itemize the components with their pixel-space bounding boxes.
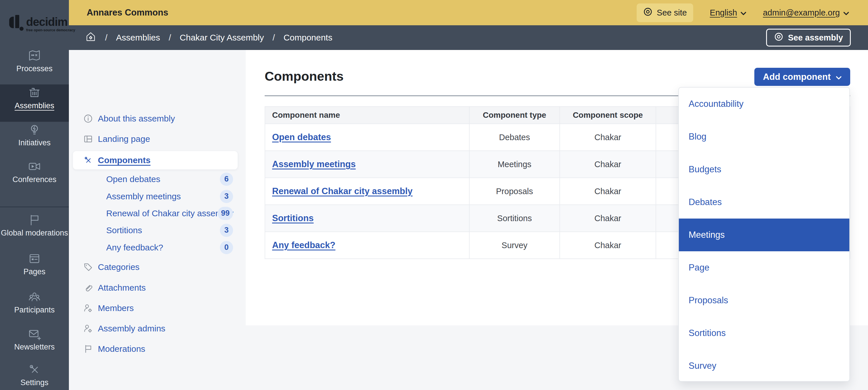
language-selector[interactable]: English — [710, 8, 746, 18]
home-icon[interactable] — [85, 31, 96, 44]
component-type-cell: Meetings — [469, 151, 560, 178]
rail-item-settings[interactable]: Settings — [0, 363, 69, 387]
rail-item-assemblies[interactable]: Assemblies — [0, 86, 69, 110]
sidebar-item-components[interactable]: Components — [73, 151, 238, 170]
component-type-cell: Survey — [469, 232, 560, 259]
component-scope-cell: Chakar — [560, 232, 656, 259]
tools-icon — [83, 155, 93, 165]
flag-icon — [28, 213, 41, 227]
paperclip-icon — [83, 283, 93, 293]
tag-icon — [83, 262, 93, 272]
dropdown-item-budgets[interactable]: Budgets — [679, 153, 849, 186]
column-header-component-scope: Component scope — [560, 107, 656, 124]
rail-item-global-moderations[interactable]: Global moderations — [0, 213, 69, 238]
column-header-component-name: Component name — [265, 107, 469, 124]
dropdown-item-sortitions[interactable]: Sortitions — [679, 317, 849, 350]
eye-icon — [643, 7, 653, 19]
topbar: Annares Commons See site English admin@e… — [69, 0, 868, 25]
component-link-renewal-of-chakar-city-assembly[interactable]: Renewal of Chakar city assembly — [272, 186, 412, 196]
add-component-button[interactable]: Add component — [754, 68, 850, 86]
count-badge: 6 — [220, 173, 233, 186]
dropdown-item-meetings[interactable]: Meetings — [679, 218, 849, 251]
sidebar-item-about-assembly[interactable]: About this assembly — [69, 110, 246, 127]
chevron-down-icon — [843, 8, 849, 18]
sidebar-item-assembly-admins[interactable]: Assembly admins — [69, 320, 246, 337]
see-site-button[interactable]: See site — [637, 3, 693, 22]
sidebar-item-renewal-of-chakar-city-assembly[interactable]: Renewal of Chakar city assembly 99 — [69, 205, 246, 222]
main-nav-rail: decidim free open-source democracy Proce… — [0, 0, 69, 390]
rail-item-participants[interactable]: Participants — [0, 290, 69, 314]
rail-item-conferences[interactable]: Conferences — [0, 160, 69, 184]
conferences-icon — [28, 160, 41, 173]
see-assembly-button[interactable]: See assembly — [766, 29, 851, 47]
count-badge: 3 — [220, 190, 233, 203]
component-link-any-feedback[interactable]: Any feedback? — [272, 240, 336, 250]
sidebar-item-any-feedback[interactable]: Any feedback? 0 — [69, 239, 246, 256]
decidim-logo-tagline: free open-source democracy — [26, 28, 75, 32]
breadcrumb-chakar-city-assembly[interactable]: Chakar City Assembly — [180, 33, 264, 42]
page-title: Components — [265, 69, 344, 84]
dropdown-item-survey[interactable]: Survey — [679, 350, 849, 382]
decidim-logo-mark — [9, 14, 24, 32]
eye-icon — [774, 32, 784, 44]
newsletter-icon — [28, 327, 41, 340]
add-component-dropdown: Accountability Blog Budgets Debates Meet… — [678, 87, 850, 382]
person-gear-icon — [83, 324, 93, 333]
breadcrumb-components[interactable]: Components — [284, 33, 332, 42]
assembly-sidebar: About this assembly Landing page Compone… — [69, 50, 246, 325]
rail-item-initiatives[interactable]: Initiatives — [0, 123, 69, 147]
count-badge: 99 — [218, 207, 233, 220]
sidebar-item-members[interactable]: Members — [69, 300, 246, 317]
pages-icon — [28, 252, 41, 265]
component-type-cell: Proposals — [469, 178, 560, 205]
decidim-logo[interactable]: decidim free open-source democracy — [9, 14, 75, 32]
initiatives-icon — [28, 123, 41, 137]
dropdown-item-page[interactable]: Page — [679, 251, 849, 284]
sidebar-item-attachments[interactable]: Attachments — [69, 279, 246, 296]
flag-icon — [83, 344, 93, 354]
dropdown-item-blog[interactable]: Blog — [679, 120, 849, 153]
sidebar-item-landing-page[interactable]: Landing page — [69, 131, 246, 147]
user-menu[interactable]: admin@example.org — [763, 8, 849, 18]
component-link-sortitions[interactable]: Sortitions — [272, 213, 314, 223]
count-badge: 3 — [220, 224, 233, 237]
processes-icon — [28, 49, 41, 62]
decidim-logo-brand: decidim — [26, 17, 75, 27]
rail-item-newsletters[interactable]: Newsletters — [0, 327, 69, 352]
column-header-component-type: Component type — [469, 107, 560, 124]
rail-item-pages[interactable]: Pages — [0, 252, 69, 276]
breadcrumb-bar: / Assemblies / Chakar City Assembly / Co… — [69, 25, 868, 50]
breadcrumb-assemblies[interactable]: Assemblies — [116, 33, 160, 42]
layout-grid-icon — [83, 134, 93, 144]
settings-icon — [28, 363, 41, 376]
sidebar-item-open-debates[interactable]: Open debates 6 — [69, 171, 246, 187]
assemblies-icon — [28, 86, 41, 99]
dropdown-item-debates[interactable]: Debates — [679, 186, 849, 218]
organization-name: Annares Commons — [87, 7, 168, 18]
decidim-admin-app: decidim free open-source democracy Proce… — [0, 0, 868, 390]
sidebar-item-sortitions[interactable]: Sortitions 3 — [69, 222, 246, 239]
dropdown-item-accountability[interactable]: Accountability — [679, 88, 849, 120]
count-badge: 0 — [220, 241, 233, 254]
rail-divider — [0, 207, 69, 207]
sidebar-item-moderations[interactable]: Moderations — [69, 340, 246, 357]
component-type-cell: Debates — [469, 124, 560, 151]
component-scope-cell: Chakar — [560, 124, 656, 151]
component-scope-cell: Chakar — [560, 205, 656, 232]
dropdown-item-proposals[interactable]: Proposals — [679, 284, 849, 317]
sidebar-item-categories[interactable]: Categories — [69, 259, 246, 275]
component-type-cell: Sortitions — [469, 205, 560, 232]
sidebar-item-assembly-meetings[interactable]: Assembly meetings 3 — [69, 188, 246, 205]
chevron-down-icon — [836, 72, 842, 82]
component-scope-cell: Chakar — [560, 151, 656, 178]
participants-icon — [28, 290, 41, 304]
info-icon — [83, 114, 93, 123]
chevron-down-icon — [741, 8, 746, 18]
person-gear-icon — [83, 303, 93, 313]
rail-item-processes[interactable]: Processes — [0, 49, 69, 73]
breadcrumb: / Assemblies / Chakar City Assembly / Co… — [85, 31, 332, 44]
component-scope-cell: Chakar — [560, 178, 656, 205]
component-link-open-debates[interactable]: Open debates — [272, 132, 331, 142]
component-link-assembly-meetings[interactable]: Assembly meetings — [272, 159, 355, 169]
